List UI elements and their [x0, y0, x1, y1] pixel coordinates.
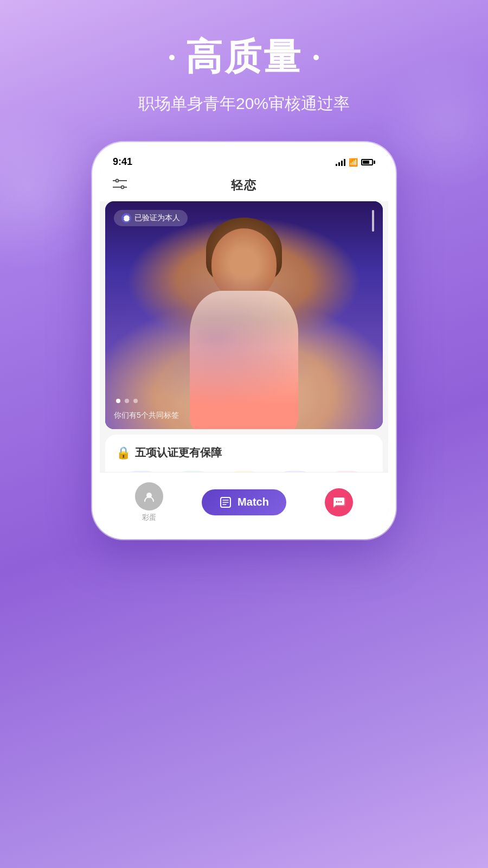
card-dot-1	[116, 399, 120, 403]
battery-icon	[361, 159, 375, 165]
phone-mockup: 9:41 📶	[92, 142, 396, 539]
dot-right	[313, 55, 319, 60]
cert-title-row: 🔒 五项认证更有保障	[116, 445, 372, 460]
card-dot-2	[125, 399, 129, 403]
phone-screen: 9:41 📶	[100, 150, 388, 532]
nav-item-caidan[interactable]: 彩蛋	[135, 482, 163, 522]
subtitle-text: 职场单身青年20%审核通过率	[0, 93, 488, 115]
svg-point-38	[338, 501, 339, 502]
status-time: 9:41	[113, 156, 132, 168]
nav-icon-caidan[interactable]	[135, 482, 163, 510]
status-icons: 📶	[336, 158, 375, 167]
bottom-nav: 彩蛋 Match	[100, 472, 388, 532]
verified-text: 已验证为本人	[134, 213, 180, 223]
wifi-icon: 📶	[349, 158, 358, 167]
svg-point-39	[340, 501, 342, 502]
svg-point-37	[336, 501, 337, 502]
card-indicator	[372, 210, 374, 232]
status-bar: 9:41 📶	[100, 150, 388, 172]
app-title: 轻恋	[231, 177, 257, 194]
lighting-overlay	[105, 201, 383, 429]
nav-match-button[interactable]: Match	[202, 489, 286, 515]
profile-card[interactable]: 已验证为本人 你们有5个共同标签	[105, 201, 383, 429]
verified-badge: 已验证为本人	[114, 210, 188, 226]
signal-icon	[336, 158, 345, 166]
cert-title-text: 五项认证更有保障	[135, 445, 222, 460]
filter-icon[interactable]	[113, 178, 127, 193]
nav-label-caidan: 彩蛋	[142, 513, 156, 522]
phone-container: 9:41 📶	[0, 142, 488, 539]
nav-match-label: Match	[237, 496, 269, 508]
cert-lock-icon: 🔒	[116, 446, 131, 460]
dot-left	[169, 55, 175, 60]
headline-text: 高质量	[185, 33, 303, 82]
card-dot-3	[133, 399, 138, 403]
headline-row: 高质量	[0, 33, 488, 82]
notch	[201, 150, 287, 167]
verified-icon	[121, 213, 131, 223]
card-tags: 你们有5个共同标签	[114, 411, 179, 420]
top-section: 高质量 职场单身青年20%审核通过率	[0, 0, 488, 115]
nav-chat-button[interactable]	[325, 488, 353, 516]
app-header: 轻恋	[100, 172, 388, 201]
card-dots	[116, 399, 138, 403]
